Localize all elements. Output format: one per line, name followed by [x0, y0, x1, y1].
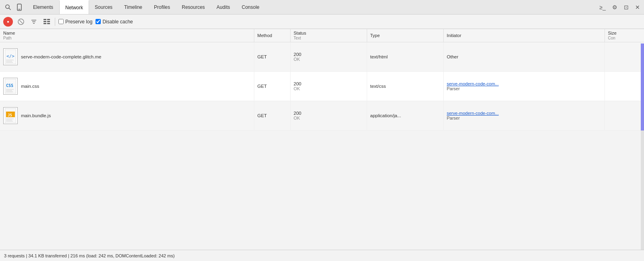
filter-button[interactable]	[29, 17, 39, 27]
status-cell-2: 200 OK	[290, 72, 367, 101]
col-header-type-label: Type	[370, 33, 380, 38]
col-header-size-label: Size	[608, 31, 617, 35]
svg-rect-14	[47, 23, 50, 24]
status-value-1: 200	[294, 52, 301, 57]
network-toolbar: ●	[0, 14, 644, 29]
svg-line-1	[9, 8, 10, 10]
preserve-log-checkbox[interactable]	[58, 19, 64, 24]
mobile-icon[interactable]	[14, 2, 25, 13]
method-value-2: GET	[258, 84, 267, 89]
status-bar: 3 requests | 34.1 KB transferred | 216 m…	[0, 250, 644, 261]
file-name-2: main.css	[21, 84, 39, 89]
disable-cache-checkbox[interactable]	[96, 19, 101, 24]
status-value-2: 200	[294, 81, 301, 86]
name-cell-3: JS main.bundle.js	[0, 101, 254, 130]
network-table: Name Path Method Status Text Type	[0, 29, 644, 130]
nav-tabs: Elements Network Sources Timeline Profil…	[27, 0, 266, 14]
status-text-1: OK	[294, 57, 300, 62]
initiator-link-2[interactable]: serve-modern-code-com...	[447, 81, 499, 86]
tab-profiles[interactable]: Profiles	[148, 0, 176, 14]
initiator-value-1: Other	[447, 54, 459, 59]
svg-text:CSS: CSS	[6, 83, 13, 88]
dock-icon[interactable]: ⊡	[622, 3, 630, 11]
col-header-name[interactable]: Name Path	[0, 29, 254, 42]
col-header-method[interactable]: Method	[254, 29, 290, 42]
svg-rect-13	[44, 23, 46, 24]
method-cell-2: GET	[254, 72, 290, 101]
file-name-1: serve-modern-code-complete.glitch.me	[21, 54, 101, 59]
scrollbar-track[interactable]	[641, 44, 644, 250]
type-value-1: text/html	[370, 54, 388, 59]
tab-resources[interactable]: Resources	[176, 0, 211, 14]
network-table-wrap[interactable]: Name Path Method Status Text Type	[0, 29, 644, 250]
css-file-icon: CSS	[3, 78, 18, 95]
table-row[interactable]: CSS main.css GET	[0, 72, 644, 101]
svg-text:JS: JS	[8, 113, 12, 117]
col-header-method-label: Method	[258, 33, 272, 38]
preserve-log-label[interactable]: Preserve log	[65, 19, 92, 25]
tab-audits[interactable]: Audits	[211, 0, 236, 14]
scrollbar-thumb[interactable]	[641, 44, 644, 130]
search-icon[interactable]	[2, 2, 14, 13]
table-row[interactable]: </> serve-modern-code-complete.glitch.me	[0, 42, 644, 72]
close-icon[interactable]: ✕	[634, 3, 642, 11]
status-value-3: 200	[294, 111, 301, 116]
svg-rect-12	[47, 21, 50, 22]
type-cell-1: text/html	[367, 42, 443, 72]
initiator-cell-2: serve-modern-code-com... Parser	[443, 72, 605, 101]
table-header-row: Name Path Method Status Text Type	[0, 29, 644, 42]
tab-sources[interactable]: Sources	[89, 0, 118, 14]
preserve-log-group: Preserve log	[58, 19, 92, 25]
devtools-body: ●	[0, 14, 644, 261]
execute-icon[interactable]: ≥_	[598, 3, 607, 11]
svg-rect-10	[47, 19, 50, 20]
type-cell-3: application/ja...	[367, 101, 443, 130]
type-cell-2: text/css	[367, 72, 443, 101]
status-cell-3: 200 OK	[290, 101, 367, 130]
table-row[interactable]: JS main.bundle.js GET	[0, 101, 644, 130]
status-cell-1: 200 OK	[290, 42, 367, 72]
record-button[interactable]: ●	[3, 17, 13, 27]
col-header-status[interactable]: Status Text	[290, 29, 367, 42]
svg-rect-9	[44, 19, 46, 20]
svg-text:</>: </>	[6, 54, 15, 59]
settings-icon[interactable]: ⚙	[611, 3, 619, 11]
type-value-2: text/css	[370, 84, 386, 89]
clear-button[interactable]	[16, 17, 26, 27]
tab-network[interactable]: Network	[59, 0, 89, 14]
main-content: Name Path Method Status Text Type	[0, 29, 644, 261]
status-bar-text: 3 requests | 34.1 KB transferred | 216 m…	[4, 253, 175, 258]
size-cell-2	[605, 72, 644, 101]
size-cell-3	[605, 101, 644, 130]
initiator-link-3[interactable]: serve-modern-code-com...	[447, 111, 499, 116]
disable-cache-group: Disable cache	[96, 19, 133, 25]
name-cell-2: CSS main.css	[0, 72, 254, 101]
tab-elements[interactable]: Elements	[27, 0, 59, 14]
tab-console[interactable]: Console	[236, 0, 266, 14]
status-text-2: OK	[294, 86, 300, 91]
col-header-size[interactable]: Size Con	[605, 29, 644, 42]
method-cell-1: GET	[254, 42, 290, 72]
initiator-sub-2: Parser	[447, 86, 460, 91]
col-header-status-label: Status	[294, 31, 306, 35]
top-nav-bar: Elements Network Sources Timeline Profil…	[0, 0, 644, 14]
method-value-1: GET	[258, 54, 267, 59]
col-header-name-label: Name	[3, 31, 15, 35]
col-header-type[interactable]: Type	[367, 29, 443, 42]
svg-rect-11	[44, 21, 46, 22]
svg-line-5	[19, 20, 23, 23]
js-file-icon: JS	[3, 107, 18, 124]
col-header-con-label: Con	[608, 36, 615, 40]
top-nav-right: ≥_ ⚙ ⊡ ✕	[598, 3, 642, 11]
initiator-cell-3: serve-modern-code-com... Parser	[443, 101, 605, 130]
list-view-button[interactable]	[42, 17, 52, 27]
disable-cache-label[interactable]: Disable cache	[102, 19, 133, 25]
col-header-initiator[interactable]: Initiator	[443, 29, 605, 42]
initiator-sub-3: Parser	[447, 116, 460, 120]
col-header-initiator-label: Initiator	[447, 33, 461, 38]
tab-timeline[interactable]: Timeline	[118, 0, 148, 14]
toolbar-separator	[55, 18, 55, 26]
file-name-3: main.bundle.js	[21, 113, 51, 118]
html-file-icon: </>	[3, 48, 18, 65]
method-cell-3: GET	[254, 101, 290, 130]
